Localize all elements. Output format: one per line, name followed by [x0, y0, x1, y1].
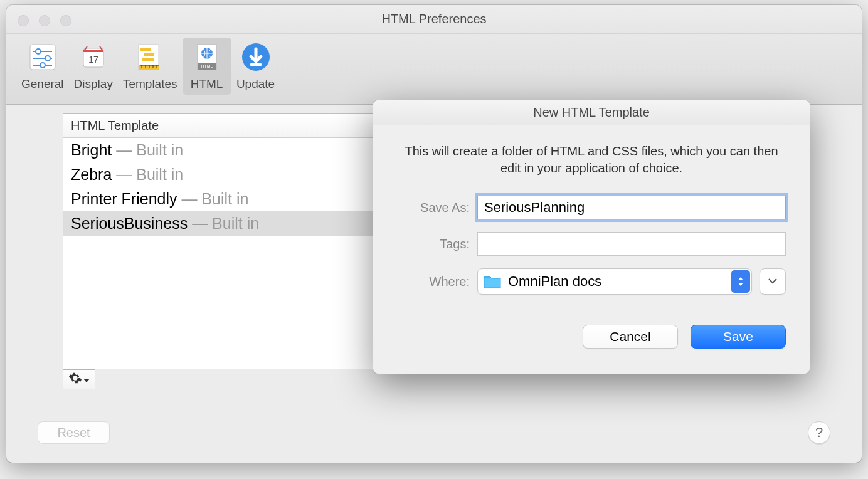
where-label: Where: — [397, 275, 477, 289]
tags-row: Tags: — [397, 232, 786, 256]
toolbar-label: HTML — [191, 77, 223, 91]
toolbar-label: Display — [74, 77, 113, 91]
download-icon — [238, 39, 273, 75]
toolbar-label: Update — [236, 77, 275, 91]
new-template-sheet: New HTML Template This will create a fol… — [373, 100, 810, 374]
save-as-row: Save As: — [397, 196, 786, 219]
sheet-body: This will create a folder of HTML and CS… — [373, 125, 810, 295]
save-button[interactable]: Save — [691, 325, 786, 349]
svg-text:17: 17 — [88, 55, 98, 65]
minimize-window-icon[interactable] — [39, 15, 50, 26]
toolbar-update[interactable]: Update — [231, 38, 280, 95]
calendar-icon: 17 — [76, 39, 111, 75]
sheet-title: New HTML Template — [373, 100, 810, 125]
where-select[interactable]: OmniPlan docs — [477, 268, 752, 295]
sheet-description: This will create a folder of HTML and CS… — [397, 143, 786, 177]
sheet-button-row: Cancel Save — [373, 307, 810, 349]
bottom-bar: Reset ? — [38, 421, 830, 444]
toolbar-label: General — [21, 77, 64, 91]
tags-label: Tags: — [397, 237, 477, 251]
toolbar-templates[interactable]: Templates — [118, 38, 183, 95]
toolbar-general[interactable]: General — [16, 38, 69, 95]
template-suffix: — Built in — [177, 190, 249, 208]
svg-rect-19 — [250, 63, 262, 66]
template-suffix: — Built in — [112, 141, 183, 159]
expand-where-button[interactable] — [760, 268, 786, 295]
help-button[interactable]: ? — [808, 421, 830, 444]
toolbar-display[interactable]: 17 Display — [69, 38, 118, 95]
svg-rect-10 — [140, 48, 151, 51]
chevron-down-icon — [83, 373, 90, 386]
save-as-label: Save As: — [397, 201, 477, 215]
titlebar: HTML Preferences — [6, 5, 862, 34]
toolbar-html[interactable]: HTML HTML — [183, 38, 231, 95]
svg-rect-12 — [142, 58, 154, 61]
gantt-icon — [132, 39, 167, 75]
template-name: Printer Friendly — [71, 190, 177, 208]
close-window-icon[interactable] — [18, 15, 29, 26]
traffic-lights — [18, 15, 71, 26]
template-name: Zebra — [71, 166, 112, 183]
tags-input[interactable] — [477, 232, 786, 256]
svg-point-2 — [36, 49, 41, 54]
folder-icon — [483, 274, 502, 289]
zoom-window-icon[interactable] — [60, 15, 71, 26]
template-suffix: — Built in — [112, 166, 183, 183]
svg-text:HTML: HTML — [201, 64, 213, 68]
toolbar-label: Templates — [123, 77, 177, 91]
svg-rect-11 — [144, 53, 154, 56]
where-value: OmniPlan docs — [508, 273, 601, 290]
template-suffix: — Built in — [188, 214, 259, 232]
prefs-toolbar: General 17 Display — [6, 34, 862, 105]
cancel-button[interactable]: Cancel — [583, 325, 678, 349]
svg-point-4 — [45, 56, 50, 61]
gear-menu-button[interactable] — [63, 369, 95, 389]
updown-arrows-icon — [731, 270, 750, 293]
where-row: Where: OmniPlan docs — [397, 268, 786, 295]
window-title: HTML Preferences — [6, 12, 862, 26]
html-file-icon: HTML — [189, 39, 225, 75]
template-name: Bright — [71, 141, 112, 159]
svg-point-6 — [40, 63, 45, 68]
sliders-icon — [25, 39, 60, 75]
template-name: SeriousBusiness — [71, 214, 188, 232]
chevron-down-icon — [768, 276, 778, 287]
save-as-input[interactable] — [477, 196, 786, 219]
gear-icon — [68, 371, 82, 388]
reset-button[interactable]: Reset — [38, 421, 110, 444]
